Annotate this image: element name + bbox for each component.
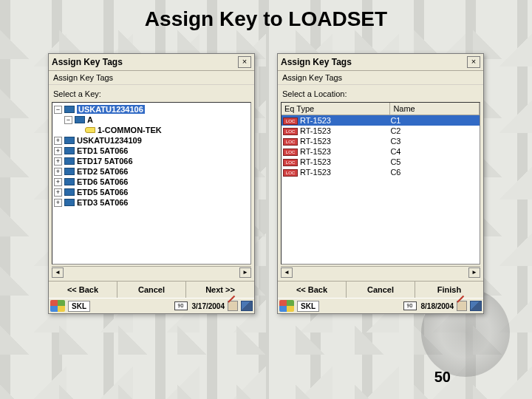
tree-item-label: ETD17 5AT066 [77,157,133,166]
expand-icon[interactable]: + [54,147,62,155]
expand-icon[interactable]: + [54,188,62,197]
subheader: Assign Key Tags [49,71,254,85]
page-title: Assign Key to LOADSET [0,0,532,31]
node-icon [64,199,75,206]
back-button[interactable]: << Back [278,282,347,298]
name-cell: C4 [390,147,480,156]
name-cell: C1 [390,116,480,125]
window-title: Assign Key Tags [281,57,352,67]
name-cell: C6 [390,168,480,177]
tree-item[interactable]: +ETD3 5AT066 [54,197,249,208]
scroll-right-icon[interactable]: ► [468,267,480,278]
eq-type-cell: RT-1523 [300,126,331,135]
horizontal-scrollbar[interactable]: ◄ ► [52,266,251,278]
list-item[interactable]: LOCRT-1523C6 [282,167,480,177]
loc-icon: LOC [283,128,298,135]
node-icon [75,116,85,123]
taskbar: SKL 90 8/18/2004 [278,298,483,313]
tree-item[interactable]: 1-COMMON-TEK [75,125,249,135]
node-icon [64,178,75,185]
node-icon [64,157,75,165]
expand-icon[interactable]: + [54,168,62,176]
tree-item[interactable]: +USKATU1234109 [54,135,249,146]
node-icon [64,168,75,175]
node-icon [64,147,75,154]
tree-item-label: ETD3 5AT066 [77,198,129,207]
expand-icon[interactable]: + [54,178,62,186]
tree-item-label: 1-COMMON-TEK [98,126,162,134]
eq-type-cell: RT-1523 [300,147,331,156]
node-icon [64,137,75,144]
prompt-label: Select a Key: [49,85,254,100]
prompt-label: Select a Location: [278,85,483,100]
column-eq-type[interactable]: Eq Type [282,103,390,115]
loc-icon: LOC [283,159,298,166]
tree-item[interactable]: +ETD2 5AT066 [54,166,249,177]
loc-icon: LOC [283,169,298,177]
key-tree[interactable]: −USKATU1234106−A1-COMMON-TEK+USKATU12341… [52,102,251,265]
back-button[interactable]: << Back [49,282,117,298]
node-icon [64,188,75,196]
eq-type-cell: RT-1523 [300,168,331,177]
skl-chip[interactable]: SKL [68,301,90,312]
location-list[interactable]: Eq Type Name LOCRT-1523C1LOCRT-1523C2LOC… [281,102,480,265]
battery-icon: 90 [403,301,417,310]
tree-item[interactable]: +ETD6 5AT066 [54,177,249,187]
tree-item-label: ETD1 5AT066 [77,146,129,155]
taskbar-date: 3/17/2004 [192,302,225,310]
name-cell: C2 [390,126,480,135]
horizontal-scrollbar[interactable]: ◄ ► [281,266,480,278]
collapse-icon[interactable]: − [64,116,72,124]
window-title: Assign Key Tags [52,57,123,67]
tree-item[interactable]: +ETD1 5AT066 [54,146,249,156]
loc-icon: LOC [283,138,298,146]
tree-item-label: ETD2 5AT066 [77,167,129,176]
tree-item[interactable]: +ETD17 5AT066 [54,156,249,166]
windows-tray-icon[interactable] [470,301,482,311]
scroll-right-icon[interactable]: ► [239,267,251,278]
tree-item-label: ETD5 5AT066 [77,188,129,197]
start-icon[interactable] [279,300,294,312]
windows-tray-icon[interactable] [241,301,253,311]
assign-key-tags-window-right: Assign Key Tags × Assign Key Tags Select… [277,53,484,314]
page-number: 50 [434,369,451,386]
assign-key-tags-window-left: Assign Key Tags × Assign Key Tags Select… [48,53,255,314]
list-item[interactable]: LOCRT-1523C2 [282,126,480,136]
finish-button[interactable]: Finish [415,282,483,298]
list-item[interactable]: LOCRT-1523C1 [282,115,480,126]
close-button[interactable]: × [467,56,480,68]
name-cell: C5 [390,157,480,166]
next-button[interactable]: Next >> [186,282,254,298]
name-cell: C3 [390,137,480,146]
list-item[interactable]: LOCRT-1523C3 [282,136,480,146]
key-icon [85,127,95,133]
node-icon [64,106,75,113]
tree-item-label: USKATU1234109 [77,136,142,145]
tree-item[interactable]: −USKATU1234106 [54,104,249,115]
scroll-left-icon[interactable]: ◄ [52,267,64,278]
expand-icon[interactable]: + [54,157,62,166]
scroll-left-icon[interactable]: ◄ [281,267,293,278]
tree-item-label: USKATU1234106 [77,105,145,114]
battery-icon: 90 [174,301,188,310]
close-button[interactable]: × [238,56,251,68]
list-item[interactable]: LOCRT-1523C5 [282,157,480,167]
tree-item[interactable]: −A [64,115,249,125]
loc-icon: LOC [283,149,298,156]
collapse-icon[interactable]: − [54,106,62,114]
start-icon[interactable] [50,300,65,312]
list-item[interactable]: LOCRT-1523C4 [282,146,480,157]
tree-item-label: A [87,115,93,124]
flag-icon[interactable] [228,301,238,311]
expand-icon[interactable]: + [54,199,62,207]
taskbar: SKL 90 3/17/2004 [49,298,254,313]
column-name[interactable]: Name [390,103,480,115]
expand-icon[interactable]: + [54,137,62,145]
taskbar-date: 8/18/2004 [421,302,454,310]
cancel-button[interactable]: Cancel [117,282,186,298]
skl-chip[interactable]: SKL [297,301,319,312]
tree-item-label: ETD6 5AT066 [77,177,129,186]
flag-icon[interactable] [457,301,467,311]
tree-item[interactable]: +ETD5 5AT066 [54,187,249,197]
cancel-button[interactable]: Cancel [347,282,415,298]
